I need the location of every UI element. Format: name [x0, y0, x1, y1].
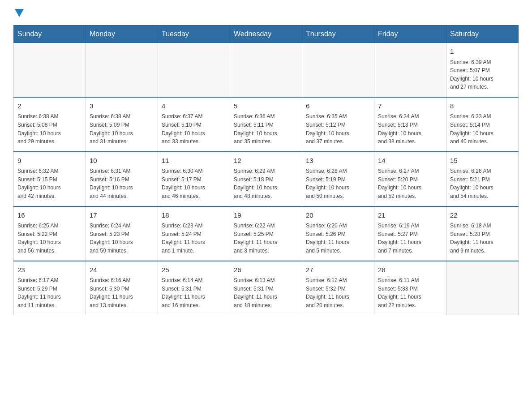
day-info: Sunrise: 6:28 AM Sunset: 5:19 PM Dayligh… [306, 167, 370, 200]
weekday-header-thursday: Thursday [302, 26, 374, 43]
calendar-cell: 24Sunrise: 6:16 AM Sunset: 5:30 PM Dayli… [86, 261, 158, 315]
day-number: 12 [234, 156, 298, 166]
day-number: 20 [306, 210, 370, 221]
day-info: Sunrise: 6:16 AM Sunset: 5:30 PM Dayligh… [90, 276, 154, 309]
calendar-cell [86, 43, 158, 97]
day-info: Sunrise: 6:34 AM Sunset: 5:13 PM Dayligh… [378, 112, 442, 146]
calendar-cell: 2Sunrise: 6:38 AM Sunset: 5:08 PM Daylig… [14, 97, 86, 152]
calendar-cell: 21Sunrise: 6:19 AM Sunset: 5:27 PM Dayli… [374, 206, 446, 261]
calendar-cell: 23Sunrise: 6:17 AM Sunset: 5:29 PM Dayli… [14, 261, 86, 315]
calendar-cell: 14Sunrise: 6:27 AM Sunset: 5:20 PM Dayli… [374, 152, 446, 206]
day-info: Sunrise: 6:13 AM Sunset: 5:31 PM Dayligh… [234, 276, 298, 309]
day-number: 7 [378, 101, 442, 111]
day-number: 9 [17, 156, 82, 166]
logo-arrow-icon [15, 9, 24, 17]
day-info: Sunrise: 6:12 AM Sunset: 5:32 PM Dayligh… [306, 276, 370, 309]
day-number: 5 [234, 101, 298, 111]
weekday-header-tuesday: Tuesday [158, 26, 230, 43]
day-number: 23 [17, 265, 82, 275]
day-info: Sunrise: 6:31 AM Sunset: 5:16 PM Dayligh… [90, 167, 154, 200]
calendar-cell: 11Sunrise: 6:30 AM Sunset: 5:17 PM Dayli… [158, 152, 230, 206]
day-info: Sunrise: 6:23 AM Sunset: 5:24 PM Dayligh… [162, 222, 226, 255]
day-number: 22 [450, 210, 515, 221]
day-number: 26 [234, 265, 298, 275]
calendar-week-row: 1Sunrise: 6:39 AM Sunset: 5:07 PM Daylig… [14, 43, 519, 97]
calendar-cell [446, 261, 519, 315]
calendar-cell: 25Sunrise: 6:14 AM Sunset: 5:31 PM Dayli… [158, 261, 230, 315]
day-info: Sunrise: 6:17 AM Sunset: 5:29 PM Dayligh… [17, 276, 82, 309]
calendar-cell [14, 43, 86, 97]
calendar-header: SundayMondayTuesdayWednesdayThursdayFrid… [14, 26, 519, 43]
day-number: 25 [162, 265, 226, 275]
calendar-cell [158, 43, 230, 97]
calendar-cell: 19Sunrise: 6:22 AM Sunset: 5:25 PM Dayli… [230, 206, 302, 261]
day-info: Sunrise: 6:18 AM Sunset: 5:28 PM Dayligh… [450, 222, 515, 255]
day-info: Sunrise: 6:32 AM Sunset: 5:15 PM Dayligh… [17, 167, 82, 200]
calendar-week-row: 23Sunrise: 6:17 AM Sunset: 5:29 PM Dayli… [14, 261, 519, 315]
day-info: Sunrise: 6:37 AM Sunset: 5:10 PM Dayligh… [162, 112, 226, 146]
weekday-header-saturday: Saturday [446, 26, 519, 43]
calendar-table: SundayMondayTuesdayWednesdayThursdayFrid… [13, 25, 519, 315]
day-number: 1 [450, 47, 515, 57]
day-info: Sunrise: 6:35 AM Sunset: 5:12 PM Dayligh… [306, 112, 370, 146]
day-info: Sunrise: 6:38 AM Sunset: 5:08 PM Dayligh… [17, 112, 82, 146]
calendar-cell: 18Sunrise: 6:23 AM Sunset: 5:24 PM Dayli… [158, 206, 230, 261]
day-info: Sunrise: 6:20 AM Sunset: 5:26 PM Dayligh… [306, 222, 370, 255]
day-info: Sunrise: 6:30 AM Sunset: 5:17 PM Dayligh… [162, 167, 226, 200]
calendar-cell: 12Sunrise: 6:29 AM Sunset: 5:18 PM Dayli… [230, 152, 302, 206]
calendar-cell: 7Sunrise: 6:34 AM Sunset: 5:13 PM Daylig… [374, 97, 446, 152]
calendar-cell: 10Sunrise: 6:31 AM Sunset: 5:16 PM Dayli… [86, 152, 158, 206]
weekday-header-monday: Monday [86, 26, 158, 43]
day-info: Sunrise: 6:39 AM Sunset: 5:07 PM Dayligh… [450, 58, 515, 91]
day-info: Sunrise: 6:22 AM Sunset: 5:25 PM Dayligh… [234, 222, 298, 255]
calendar-cell: 9Sunrise: 6:32 AM Sunset: 5:15 PM Daylig… [14, 152, 86, 206]
day-info: Sunrise: 6:29 AM Sunset: 5:18 PM Dayligh… [234, 167, 298, 200]
day-number: 17 [90, 210, 154, 221]
day-number: 10 [90, 156, 154, 166]
day-info: Sunrise: 6:14 AM Sunset: 5:31 PM Dayligh… [162, 276, 226, 309]
weekday-header-wednesday: Wednesday [230, 26, 302, 43]
calendar-week-row: 2Sunrise: 6:38 AM Sunset: 5:08 PM Daylig… [14, 97, 519, 152]
day-number: 28 [378, 265, 442, 275]
day-info: Sunrise: 6:38 AM Sunset: 5:09 PM Dayligh… [90, 112, 154, 146]
calendar-cell: 27Sunrise: 6:12 AM Sunset: 5:32 PM Dayli… [302, 261, 374, 315]
calendar-cell [230, 43, 302, 97]
calendar-cell: 17Sunrise: 6:24 AM Sunset: 5:23 PM Dayli… [86, 206, 158, 261]
day-number: 24 [90, 265, 154, 275]
calendar-cell [374, 43, 446, 97]
calendar-cell: 28Sunrise: 6:11 AM Sunset: 5:33 PM Dayli… [374, 261, 446, 315]
logo [13, 9, 24, 18]
calendar-cell: 8Sunrise: 6:33 AM Sunset: 5:14 PM Daylig… [446, 97, 519, 152]
day-number: 3 [90, 101, 154, 111]
calendar-cell: 15Sunrise: 6:26 AM Sunset: 5:21 PM Dayli… [446, 152, 519, 206]
day-info: Sunrise: 6:26 AM Sunset: 5:21 PM Dayligh… [450, 167, 515, 200]
day-number: 16 [17, 210, 82, 221]
calendar-cell: 13Sunrise: 6:28 AM Sunset: 5:19 PM Dayli… [302, 152, 374, 206]
day-number: 27 [306, 265, 370, 275]
calendar-body: 1Sunrise: 6:39 AM Sunset: 5:07 PM Daylig… [14, 43, 519, 315]
header [13, 9, 519, 18]
day-info: Sunrise: 6:11 AM Sunset: 5:33 PM Dayligh… [378, 276, 442, 309]
day-number: 18 [162, 210, 226, 221]
day-info: Sunrise: 6:33 AM Sunset: 5:14 PM Dayligh… [450, 112, 515, 146]
day-number: 8 [450, 101, 515, 111]
calendar-cell: 26Sunrise: 6:13 AM Sunset: 5:31 PM Dayli… [230, 261, 302, 315]
day-info: Sunrise: 6:24 AM Sunset: 5:23 PM Dayligh… [90, 222, 154, 255]
day-number: 15 [450, 156, 515, 166]
day-number: 6 [306, 101, 370, 111]
calendar-cell: 1Sunrise: 6:39 AM Sunset: 5:07 PM Daylig… [446, 43, 519, 97]
weekday-header-sunday: Sunday [14, 26, 86, 43]
calendar-cell: 20Sunrise: 6:20 AM Sunset: 5:26 PM Dayli… [302, 206, 374, 261]
day-number: 14 [378, 156, 442, 166]
calendar-cell: 5Sunrise: 6:36 AM Sunset: 5:11 PM Daylig… [230, 97, 302, 152]
day-info: Sunrise: 6:25 AM Sunset: 5:22 PM Dayligh… [17, 222, 82, 255]
calendar-cell: 4Sunrise: 6:37 AM Sunset: 5:10 PM Daylig… [158, 97, 230, 152]
weekday-header-row: SundayMondayTuesdayWednesdayThursdayFrid… [14, 26, 519, 43]
calendar-cell: 3Sunrise: 6:38 AM Sunset: 5:09 PM Daylig… [86, 97, 158, 152]
day-number: 11 [162, 156, 226, 166]
weekday-header-friday: Friday [374, 26, 446, 43]
day-number: 19 [234, 210, 298, 221]
day-info: Sunrise: 6:36 AM Sunset: 5:11 PM Dayligh… [234, 112, 298, 146]
day-number: 4 [162, 101, 226, 111]
day-number: 21 [378, 210, 442, 221]
